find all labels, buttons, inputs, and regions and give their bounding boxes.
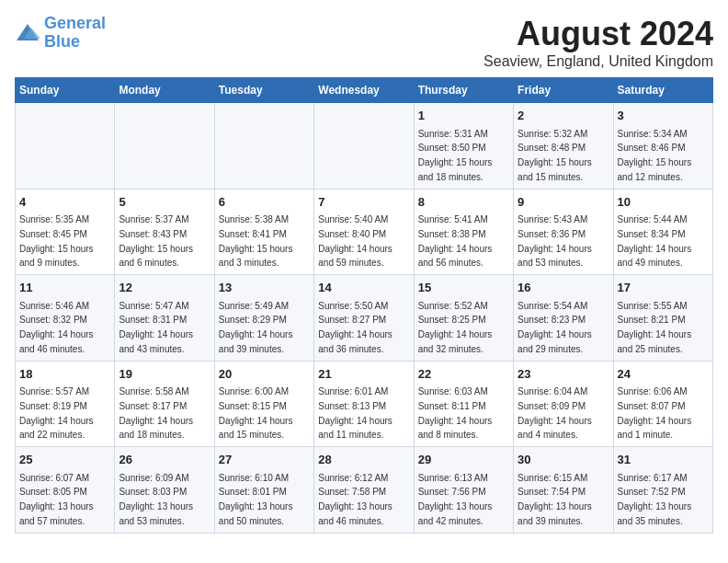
- day-cell: 1Sunrise: 5:31 AMSunset: 8:50 PMDaylight…: [414, 103, 513, 190]
- day-number: 5: [119, 193, 210, 212]
- day-number: 2: [518, 107, 609, 125]
- day-cell: 29Sunrise: 6:13 AMSunset: 7:56 PMDayligh…: [414, 447, 513, 534]
- day-cell: 28Sunrise: 6:12 AMSunset: 7:58 PMDayligh…: [314, 447, 414, 534]
- day-number: 19: [119, 365, 210, 384]
- day-info: Sunrise: 6:03 AMSunset: 8:11 PMDaylight:…: [418, 386, 493, 440]
- day-cell: 24Sunrise: 6:06 AMSunset: 8:07 PMDayligh…: [613, 361, 712, 447]
- logo-icon: [15, 20, 40, 46]
- header-sunday: Sunday: [16, 78, 115, 103]
- day-number: 8: [418, 193, 509, 212]
- day-info: Sunrise: 5:46 AMSunset: 8:32 PMDaylight:…: [19, 301, 94, 354]
- day-cell: 19Sunrise: 5:58 AMSunset: 8:17 PMDayligh…: [115, 361, 214, 447]
- day-number: 31: [618, 451, 709, 469]
- day-info: Sunrise: 5:32 AMSunset: 8:48 PMDaylight:…: [518, 129, 592, 182]
- day-info: Sunrise: 5:57 AMSunset: 8:19 PMDaylight:…: [19, 386, 94, 440]
- day-info: Sunrise: 5:58 AMSunset: 8:17 PMDaylight:…: [119, 386, 193, 440]
- day-cell: 31Sunrise: 6:17 AMSunset: 7:52 PMDayligh…: [613, 447, 712, 534]
- day-number: 18: [19, 365, 110, 384]
- calendar-table: SundayMondayTuesdayWednesdayThursdayFrid…: [15, 77, 713, 534]
- day-number: 12: [119, 279, 210, 297]
- day-cell: [16, 103, 115, 190]
- day-info: Sunrise: 6:13 AMSunset: 7:56 PMDaylight:…: [418, 473, 493, 526]
- day-number: 24: [618, 365, 709, 384]
- day-number: 20: [219, 365, 310, 384]
- day-number: 22: [418, 365, 509, 384]
- day-info: Sunrise: 5:44 AMSunset: 8:34 PMDaylight:…: [618, 214, 692, 268]
- day-number: 17: [618, 279, 709, 297]
- day-cell: 7Sunrise: 5:40 AMSunset: 8:40 PMDaylight…: [314, 189, 414, 275]
- day-cell: 21Sunrise: 6:01 AMSunset: 8:13 PMDayligh…: [314, 361, 414, 447]
- day-number: 14: [318, 279, 409, 297]
- day-info: Sunrise: 6:07 AMSunset: 8:05 PMDaylight:…: [19, 473, 94, 526]
- day-number: 30: [518, 451, 609, 469]
- day-number: 28: [318, 451, 409, 469]
- day-cell: 23Sunrise: 6:04 AMSunset: 8:09 PMDayligh…: [514, 361, 613, 447]
- week-row-2: 4Sunrise: 5:35 AMSunset: 8:45 PMDaylight…: [16, 189, 713, 275]
- day-number: 7: [318, 193, 409, 212]
- day-number: 23: [518, 365, 609, 384]
- day-number: 10: [618, 193, 709, 212]
- day-number: 21: [318, 365, 409, 384]
- day-number: 13: [219, 279, 310, 297]
- day-number: 15: [418, 279, 509, 297]
- day-cell: 12Sunrise: 5:47 AMSunset: 8:31 PMDayligh…: [115, 275, 214, 362]
- page-header: General Blue August 2024 Seaview, Englan…: [15, 15, 713, 70]
- day-info: Sunrise: 6:17 AMSunset: 7:52 PMDaylight:…: [618, 473, 692, 526]
- day-number: 9: [518, 193, 609, 212]
- day-cell: [214, 103, 313, 190]
- day-cell: 4Sunrise: 5:35 AMSunset: 8:45 PMDaylight…: [16, 189, 115, 275]
- day-number: 6: [219, 193, 310, 212]
- day-cell: 2Sunrise: 5:32 AMSunset: 8:48 PMDaylight…: [514, 103, 613, 190]
- day-number: 3: [618, 107, 709, 125]
- day-info: Sunrise: 6:09 AMSunset: 8:03 PMDaylight:…: [119, 473, 193, 526]
- week-row-4: 18Sunrise: 5:57 AMSunset: 8:19 PMDayligh…: [16, 361, 713, 447]
- day-info: Sunrise: 6:15 AMSunset: 7:54 PMDaylight:…: [518, 473, 592, 526]
- day-info: Sunrise: 6:10 AMSunset: 8:01 PMDaylight:…: [219, 473, 293, 526]
- week-row-5: 25Sunrise: 6:07 AMSunset: 8:05 PMDayligh…: [16, 447, 713, 534]
- day-info: Sunrise: 6:12 AMSunset: 7:58 PMDaylight:…: [318, 473, 392, 526]
- day-cell: 6Sunrise: 5:38 AMSunset: 8:41 PMDaylight…: [214, 189, 313, 275]
- day-cell: 14Sunrise: 5:50 AMSunset: 8:27 PMDayligh…: [314, 275, 414, 362]
- day-cell: 20Sunrise: 6:00 AMSunset: 8:15 PMDayligh…: [214, 361, 313, 447]
- header-friday: Friday: [514, 78, 613, 103]
- day-cell: 30Sunrise: 6:15 AMSunset: 7:54 PMDayligh…: [514, 447, 613, 534]
- day-info: Sunrise: 5:35 AMSunset: 8:45 PMDaylight:…: [19, 214, 94, 268]
- day-cell: 22Sunrise: 6:03 AMSunset: 8:11 PMDayligh…: [414, 361, 513, 447]
- day-cell: 27Sunrise: 6:10 AMSunset: 8:01 PMDayligh…: [214, 447, 313, 534]
- day-cell: 3Sunrise: 5:34 AMSunset: 8:46 PMDaylight…: [613, 103, 712, 190]
- day-number: 1: [418, 107, 509, 125]
- logo: General Blue: [15, 15, 106, 52]
- day-info: Sunrise: 5:40 AMSunset: 8:40 PMDaylight:…: [318, 214, 392, 268]
- day-cell: 25Sunrise: 6:07 AMSunset: 8:05 PMDayligh…: [16, 447, 115, 534]
- day-info: Sunrise: 5:52 AMSunset: 8:25 PMDaylight:…: [418, 301, 493, 354]
- day-cell: [115, 103, 214, 190]
- day-info: Sunrise: 6:01 AMSunset: 8:13 PMDaylight:…: [318, 386, 392, 440]
- day-cell: 13Sunrise: 5:49 AMSunset: 8:29 PMDayligh…: [214, 275, 313, 362]
- main-title: August 2024: [483, 15, 713, 53]
- header-thursday: Thursday: [414, 78, 513, 103]
- day-cell: 8Sunrise: 5:41 AMSunset: 8:38 PMDaylight…: [414, 189, 513, 275]
- day-cell: 9Sunrise: 5:43 AMSunset: 8:36 PMDaylight…: [514, 189, 613, 275]
- header-monday: Monday: [115, 78, 214, 103]
- header-wednesday: Wednesday: [314, 78, 414, 103]
- day-number: 11: [19, 279, 110, 297]
- day-info: Sunrise: 5:31 AMSunset: 8:50 PMDaylight:…: [418, 129, 493, 182]
- logo-text: General Blue: [44, 15, 106, 52]
- day-cell: 17Sunrise: 5:55 AMSunset: 8:21 PMDayligh…: [613, 275, 712, 362]
- day-number: 27: [219, 451, 310, 469]
- day-number: 26: [119, 451, 210, 469]
- day-cell: 5Sunrise: 5:37 AMSunset: 8:43 PMDaylight…: [115, 189, 214, 275]
- day-number: 25: [19, 451, 110, 469]
- day-info: Sunrise: 5:41 AMSunset: 8:38 PMDaylight:…: [418, 214, 493, 268]
- subtitle: Seaview, England, United Kingdom: [483, 53, 713, 70]
- logo-line2: Blue: [44, 32, 80, 51]
- day-info: Sunrise: 5:47 AMSunset: 8:31 PMDaylight:…: [119, 301, 193, 354]
- day-info: Sunrise: 5:34 AMSunset: 8:46 PMDaylight:…: [618, 129, 692, 182]
- week-row-3: 11Sunrise: 5:46 AMSunset: 8:32 PMDayligh…: [16, 275, 713, 362]
- day-info: Sunrise: 6:06 AMSunset: 8:07 PMDaylight:…: [618, 386, 692, 440]
- day-info: Sunrise: 5:55 AMSunset: 8:21 PMDaylight:…: [618, 301, 692, 354]
- day-info: Sunrise: 6:04 AMSunset: 8:09 PMDaylight:…: [518, 386, 592, 440]
- day-number: 4: [19, 193, 110, 212]
- week-row-1: 1Sunrise: 5:31 AMSunset: 8:50 PMDaylight…: [16, 103, 713, 190]
- header-row: SundayMondayTuesdayWednesdayThursdayFrid…: [16, 78, 713, 103]
